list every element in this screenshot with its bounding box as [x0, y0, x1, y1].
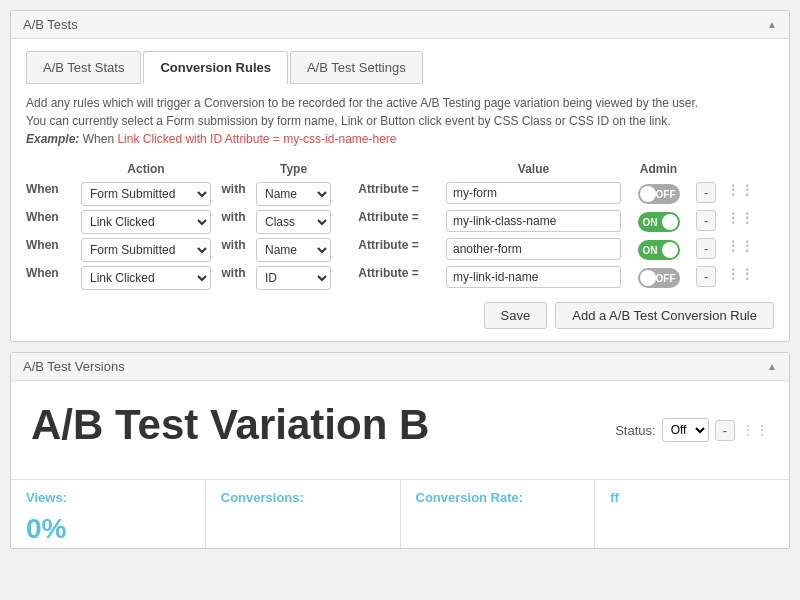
admin-toggle-container: OFF	[621, 182, 696, 206]
example-text: When	[83, 132, 118, 146]
tab-settings[interactable]: A/B Test Settings	[290, 51, 423, 84]
type-select[interactable]: NameClassID	[256, 238, 331, 262]
toggle-switch[interactable]: ON	[638, 212, 680, 232]
type-select[interactable]: NameClassID	[256, 182, 331, 206]
header-drag	[726, 162, 746, 176]
toggle-text: OFF	[656, 273, 676, 284]
remove-rule-button[interactable]: -	[696, 238, 716, 259]
ab-tests-title: A/B Tests	[23, 17, 78, 32]
with-label: with	[211, 266, 256, 290]
rules-table: Action Type Value Admin WhenForm Submitt…	[26, 158, 774, 292]
value-input[interactable]	[446, 210, 621, 232]
header-action: Action	[81, 162, 211, 176]
rules-header: Action Type Value Admin	[26, 158, 774, 180]
tab-conversion[interactable]: Conversion Rules	[143, 51, 288, 84]
type-select[interactable]: NameClassID	[256, 266, 331, 290]
toggle-knob	[662, 214, 678, 230]
header-attr	[331, 162, 446, 176]
toggle-switch[interactable]: OFF	[638, 268, 680, 288]
version-header-row: A/B Test Variation B Status: Off On - ⋮⋮	[31, 401, 769, 459]
conversions-label: Conversions:	[221, 490, 385, 505]
rules-rows: WhenForm SubmittedLink ClickedwithNameCl…	[26, 180, 774, 292]
version-remove-button[interactable]: -	[715, 420, 735, 441]
stat-conversion-rate: Conversion Rate:	[401, 480, 596, 548]
header-type: Type	[256, 162, 331, 176]
toggle-text: ON	[643, 245, 658, 256]
value-input[interactable]	[446, 238, 621, 260]
conversion-rate-label: Conversion Rate:	[416, 490, 580, 505]
panel2-collapse-icon[interactable]: ▲	[767, 361, 777, 372]
rules-footer: Save Add a A/B Test Conversion Rule	[26, 302, 774, 329]
toggle-knob	[640, 270, 656, 286]
ff-label: ff	[610, 490, 774, 505]
ab-tests-panel-header: A/B Tests ▲	[11, 11, 789, 39]
stat-ff: ff	[595, 480, 789, 548]
attr-label: Attribute =	[331, 238, 446, 262]
add-rule-button[interactable]: Add a A/B Test Conversion Rule	[555, 302, 774, 329]
toggle-text: ON	[643, 217, 658, 228]
version-drag-handle[interactable]: ⋮⋮	[741, 422, 769, 438]
toggle-switch[interactable]: ON	[638, 240, 680, 260]
action-select[interactable]: Form SubmittedLink Clicked	[81, 210, 211, 234]
example-label: Example:	[26, 132, 79, 146]
header-with	[211, 162, 256, 176]
panel1-collapse-icon[interactable]: ▲	[767, 19, 777, 30]
attr-label: Attribute =	[331, 182, 446, 206]
attr-label: Attribute =	[331, 210, 446, 234]
toggle-text: OFF	[656, 189, 676, 200]
status-label: Status:	[615, 423, 655, 438]
toggle-switch[interactable]: OFF	[638, 184, 680, 204]
admin-toggle-container: ON	[621, 238, 696, 262]
action-select[interactable]: Form SubmittedLink Clicked	[81, 182, 211, 206]
rule-row: WhenForm SubmittedLink ClickedwithNameCl…	[26, 208, 774, 236]
ff-value	[610, 510, 774, 515]
drag-handle-icon[interactable]: ⋮⋮	[726, 210, 746, 234]
header-value: Value	[446, 162, 621, 176]
views-label: Views:	[26, 490, 190, 505]
remove-rule-button[interactable]: -	[696, 266, 716, 287]
toggle-knob	[662, 242, 678, 258]
action-select[interactable]: Form SubmittedLink Clicked	[81, 266, 211, 290]
status-select[interactable]: Off On	[662, 418, 709, 442]
with-label: with	[211, 210, 256, 234]
description-line1: Add any rules which will trigger a Conve…	[26, 96, 698, 110]
drag-handle-icon[interactable]: ⋮⋮	[726, 182, 746, 206]
conversion-rate-value	[416, 510, 580, 515]
header-remove	[696, 162, 726, 176]
remove-rule-button[interactable]: -	[696, 210, 716, 231]
remove-rule-button[interactable]: -	[696, 182, 716, 203]
stat-conversions: Conversions:	[206, 480, 401, 548]
type-select[interactable]: NameClassID	[256, 210, 331, 234]
value-input[interactable]	[446, 266, 621, 288]
when-label: When	[26, 266, 81, 290]
drag-handle-icon[interactable]: ⋮⋮	[726, 266, 746, 290]
drag-handle-icon[interactable]: ⋮⋮	[726, 238, 746, 262]
description-line2: You can currently select a Form submissi…	[26, 114, 671, 128]
conversions-value	[221, 510, 385, 515]
stats-row: Views: 0% Conversions: Conversion Rate: …	[11, 479, 789, 548]
ab-tests-panel: A/B Tests ▲ A/B Test Stats Conversion Ru…	[10, 10, 790, 342]
stat-views: Views: 0%	[11, 480, 206, 548]
rule-row: WhenForm SubmittedLink ClickedwithNameCl…	[26, 264, 774, 292]
admin-toggle-container: ON	[621, 210, 696, 234]
ab-versions-panel: A/B Test Versions ▲ A/B Test Variation B…	[10, 352, 790, 549]
value-input[interactable]	[446, 182, 621, 204]
action-select[interactable]: Form SubmittedLink Clicked	[81, 238, 211, 262]
when-label: When	[26, 182, 81, 206]
ab-versions-title: A/B Test Versions	[23, 359, 125, 374]
rule-row: WhenForm SubmittedLink ClickedwithNameCl…	[26, 236, 774, 264]
admin-toggle-container: OFF	[621, 266, 696, 290]
save-button[interactable]: Save	[484, 302, 548, 329]
when-label: When	[26, 210, 81, 234]
conversion-description: Add any rules which will trigger a Conve…	[26, 94, 774, 148]
version-title: A/B Test Variation B	[31, 401, 429, 449]
version-content: A/B Test Variation B Status: Off On - ⋮⋮	[11, 381, 789, 469]
header-admin: Admin	[621, 162, 696, 176]
views-value: 0%	[26, 510, 190, 543]
with-label: with	[211, 238, 256, 262]
header-when	[26, 162, 81, 176]
ab-versions-panel-header: A/B Test Versions ▲	[11, 353, 789, 381]
tab-stats[interactable]: A/B Test Stats	[26, 51, 141, 84]
ab-tests-body: A/B Test Stats Conversion Rules A/B Test…	[11, 39, 789, 341]
with-label: with	[211, 182, 256, 206]
